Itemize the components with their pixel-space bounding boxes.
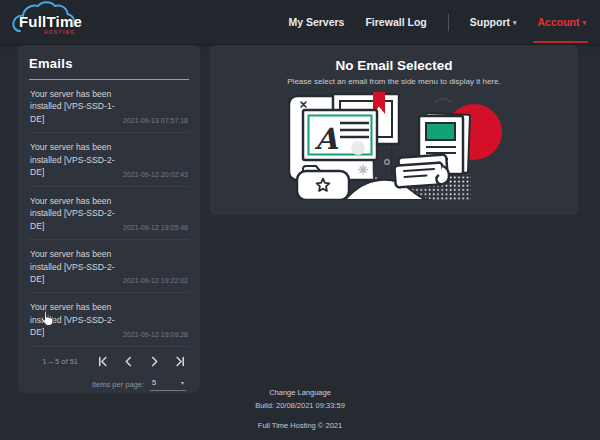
page-footer: Change Language Build: 20/08/2021 09:33:…	[0, 388, 600, 430]
email-subject-line: Your server has been	[30, 141, 120, 153]
email-subject: Your server has been installed [VPS-SSD-…	[30, 88, 120, 125]
nav-my-servers[interactable]: My Servers	[288, 16, 344, 28]
email-timestamp: 2021-09-13 07:57:18	[123, 117, 188, 125]
pagination-range-label: 1 – 5 of 51	[43, 357, 78, 366]
email-subject-line: installed [VPS-SSD-2-	[30, 314, 120, 326]
empty-state-illustration: A	[277, 92, 511, 200]
email-subject-line: DE]	[30, 166, 120, 178]
nav-account-label: Account	[537, 16, 579, 28]
email-list-item[interactable]: Your server has been installed [VPS-SSD-…	[29, 133, 189, 186]
nav-divider	[448, 14, 449, 31]
caret-down-icon: ▾	[181, 379, 184, 386]
email-subject-line: Your server has been	[30, 88, 120, 100]
nav-firewall-log[interactable]: Firewall Log	[365, 16, 426, 28]
svg-text:A: A	[314, 122, 339, 156]
change-language-link[interactable]: Change Language	[0, 388, 600, 397]
nav-support[interactable]: Support▾	[470, 16, 517, 28]
app-root: FullTime HOSTING My Servers Firewall Log…	[0, 0, 600, 440]
next-page-icon[interactable]	[148, 356, 160, 368]
pagination: 1 – 5 of 51	[29, 347, 189, 368]
email-subject: Your server has been installed [VPS-SSD-…	[30, 195, 120, 232]
email-subject-line: installed [VPS-SSD-1-	[30, 100, 120, 112]
copyright: Full Time Hosting © 2021	[0, 421, 600, 430]
email-timestamp: 2021-09-12 19:22:02	[123, 277, 188, 285]
items-per-page-value: 5	[152, 378, 156, 387]
main-nav: My Servers Firewall Log Support▾ Account…	[288, 14, 586, 31]
chevron-down-icon: ▾	[513, 19, 517, 26]
last-page-icon[interactable]	[174, 356, 186, 368]
letter-card-shape: A	[303, 110, 377, 160]
empty-state-title: No Email Selected	[210, 58, 578, 73]
paper-stack-shape	[394, 154, 449, 187]
email-subject: Your server has been installed [VPS-SSD-…	[30, 141, 120, 178]
email-subject-line: installed [VPS-SSD-2-	[30, 261, 120, 273]
email-subject-line: installed [VPS-SSD-2-	[30, 154, 120, 166]
brand-logo[interactable]: FullTime HOSTING	[10, 0, 88, 44]
prev-page-icon[interactable]	[122, 356, 134, 368]
empty-state-subtitle: Please select an email from the side men…	[210, 77, 578, 86]
nav-account[interactable]: Account▾	[537, 16, 586, 28]
email-timestamp: 2021-09-12 19:09:28	[123, 331, 188, 339]
folder-star-shape	[297, 166, 349, 200]
chevron-down-icon: ▾	[582, 19, 586, 26]
email-timestamp: 2021-09-12 20:02:43	[123, 171, 188, 179]
email-subject-line: DE]	[30, 113, 120, 125]
email-subject-line: Your server has been	[30, 195, 120, 207]
sidebar-title: Emails	[29, 56, 189, 71]
email-subject-line: Your server has been	[30, 248, 120, 260]
sparkle-decoration	[359, 165, 368, 174]
nav-support-label: Support	[470, 16, 510, 28]
email-list-item[interactable]: Your server has been installed [VPS-SSD-…	[29, 293, 189, 346]
email-list-item[interactable]: Your server has been installed [VPS-SSD-…	[29, 240, 189, 293]
brand-tagline: HOSTING	[44, 30, 76, 35]
email-subject-line: Your server has been	[30, 301, 120, 313]
brand-name: FullTime	[19, 13, 82, 30]
squiggle-decoration	[435, 99, 451, 103]
email-subject-line: DE]	[30, 326, 120, 338]
email-subject-line: DE]	[30, 273, 120, 285]
email-subject: Your server has been installed [VPS-SSD-…	[30, 248, 120, 285]
email-list-item[interactable]: Your server has been installed [VPS-SSD-…	[29, 80, 189, 133]
build-info: Build: 20/08/2021 09:33:59	[0, 401, 600, 410]
first-page-icon[interactable]	[96, 356, 108, 368]
email-detail-panel: No Email Selected Please select an email…	[210, 45, 578, 215]
email-list-item[interactable]: Your server has been installed [VPS-SSD-…	[29, 187, 189, 240]
email-subject-line: installed [VPS-SSD-2-	[30, 207, 120, 219]
email-subject: Your server has been installed [VPS-SSD-…	[30, 301, 120, 338]
email-timestamp: 2021-09-12 19:25:46	[123, 224, 188, 232]
email-sidebar: Emails Your server has been installed [V…	[18, 45, 200, 393]
active-nav-underline	[533, 41, 588, 43]
email-subject-line: DE]	[30, 220, 120, 232]
top-navigation-bar: FullTime HOSTING My Servers Firewall Log…	[0, 0, 600, 44]
